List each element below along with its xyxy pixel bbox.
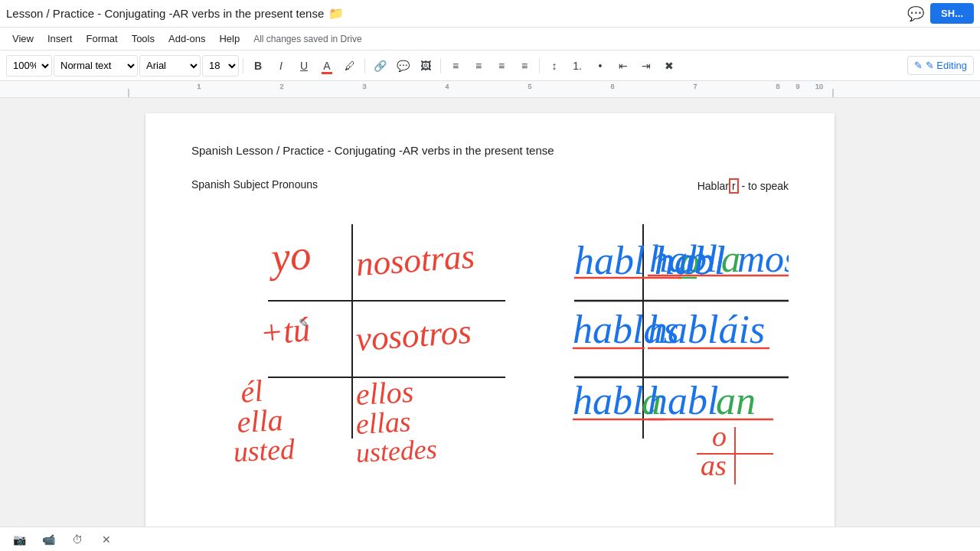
svg-text:3: 3 bbox=[362, 83, 366, 90]
svg-text:habl: habl bbox=[649, 237, 717, 280]
share-button[interactable]: SH... bbox=[930, 3, 974, 24]
hablar-box: r bbox=[729, 178, 739, 194]
svg-text:vosotros: vosotros bbox=[354, 312, 472, 358]
menu-tools[interactable]: Tools bbox=[126, 30, 161, 47]
folder-icon[interactable]: 📁 bbox=[328, 6, 344, 21]
edit-mode-button[interactable]: ✎ ✎ Editing bbox=[907, 56, 974, 75]
svg-text:8: 8 bbox=[776, 83, 779, 90]
topbar: Lesson / Practice - Conjugating -AR verb… bbox=[0, 0, 980, 28]
highlight-button[interactable]: 🖊 bbox=[339, 55, 361, 77]
svg-text:habl: habl bbox=[573, 379, 643, 422]
menu-insert[interactable]: Insert bbox=[41, 30, 79, 47]
indent-increase-button[interactable]: ⇥ bbox=[635, 55, 657, 77]
page-main-title: Spanish Lesson / Practice - Conjugating … bbox=[191, 144, 789, 157]
line-spacing-button[interactable]: ↕ bbox=[544, 55, 565, 77]
handwriting-svg: yo +tú él ella usted nosotras vosotros e… bbox=[191, 201, 789, 492]
svg-text:ustedes: ustedes bbox=[355, 434, 438, 468]
justify-button[interactable]: ≡ bbox=[514, 55, 535, 77]
close-button[interactable]: ✕ bbox=[96, 530, 116, 549]
svg-text:habl: habl bbox=[574, 239, 645, 282]
italic-button[interactable]: I bbox=[270, 55, 292, 77]
link-button[interactable]: 🔗 bbox=[369, 55, 390, 77]
svg-text:✎: ✎ bbox=[299, 317, 309, 330]
doc-area[interactable]: Spanish Lesson / Practice - Conjugating … bbox=[0, 98, 980, 527]
svg-text:6: 6 bbox=[610, 83, 614, 90]
clear-format-button[interactable]: ✖ bbox=[658, 55, 680, 77]
align-left-button[interactable]: ≡ bbox=[445, 55, 466, 77]
style-select[interactable]: Normal text bbox=[54, 55, 138, 77]
text-color-button[interactable]: A bbox=[316, 55, 338, 77]
align-right-button[interactable]: ≡ bbox=[491, 55, 512, 77]
title-area: Lesson / Practice - Conjugating -AR verb… bbox=[6, 6, 344, 21]
svg-text:nosotras: nosotras bbox=[354, 237, 475, 284]
svg-text:an: an bbox=[716, 379, 756, 422]
doc-title: Lesson / Practice - Conjugating -AR verb… bbox=[6, 7, 324, 20]
svg-text:4: 4 bbox=[445, 83, 449, 90]
underline-button[interactable]: U bbox=[293, 55, 315, 77]
size-select[interactable]: 18 bbox=[202, 55, 239, 77]
handwriting-area: yo +tú él ella usted nosotras vosotros e… bbox=[191, 201, 789, 492]
page: Spanish Lesson / Practice - Conjugating … bbox=[145, 113, 835, 527]
divider-4 bbox=[539, 58, 540, 73]
comment-icon[interactable]: 💬 bbox=[907, 5, 924, 22]
indent-decrease-button[interactable]: ⇤ bbox=[612, 55, 634, 77]
bold-button[interactable]: B bbox=[247, 55, 269, 77]
page-subtitles: Spanish Subject Pronouns Hablarr - to sp… bbox=[191, 178, 789, 194]
svg-text:habláis: habláis bbox=[648, 308, 765, 351]
svg-text:2: 2 bbox=[279, 83, 283, 90]
top-right-actions: 💬 SH... bbox=[907, 3, 974, 24]
toolbar: 100% Normal text Arial 18 B I U A 🖊 🔗 💬 … bbox=[0, 51, 980, 81]
svg-text:9: 9 bbox=[795, 83, 799, 90]
svg-text:yo: yo bbox=[266, 231, 313, 282]
subtitle-right: Hablarr - to speak bbox=[697, 178, 789, 194]
comment-button[interactable]: 💬 bbox=[392, 55, 413, 77]
svg-text:habl: habl bbox=[648, 379, 718, 422]
zoom-select[interactable]: 100% bbox=[6, 55, 52, 77]
divider-1 bbox=[243, 58, 243, 73]
svg-text:7: 7 bbox=[693, 83, 697, 90]
font-select[interactable]: Arial bbox=[139, 55, 201, 77]
menu-help[interactable]: Help bbox=[213, 30, 246, 47]
edit-pencil-icon: ✎ bbox=[914, 60, 923, 71]
menubar: View Insert Format Tools Add-ons Help Al… bbox=[0, 28, 980, 51]
svg-text:5: 5 bbox=[528, 83, 531, 90]
ul-button[interactable]: • bbox=[590, 55, 611, 77]
camera-button[interactable]: 📷 bbox=[9, 530, 29, 549]
svg-text:1: 1 bbox=[197, 83, 201, 90]
image-button[interactable]: 🖼 bbox=[415, 55, 436, 77]
align-center-button[interactable]: ≡ bbox=[468, 55, 489, 77]
svg-text:10: 10 bbox=[815, 83, 823, 90]
subtitle-left: Spanish Subject Pronouns bbox=[191, 178, 318, 194]
svg-text:mos: mos bbox=[737, 237, 789, 280]
video-button[interactable]: 📹 bbox=[38, 530, 58, 549]
menu-view[interactable]: View bbox=[6, 30, 40, 47]
divider-3 bbox=[440, 58, 441, 73]
timer-button[interactable]: ⏱ bbox=[67, 530, 87, 549]
autosave-status: All changes saved in Drive bbox=[253, 34, 361, 44]
divider-2 bbox=[364, 58, 365, 73]
svg-text:o: o bbox=[712, 420, 727, 452]
edit-label: ✎ Editing bbox=[926, 60, 967, 71]
menu-addons[interactable]: Add-ons bbox=[162, 30, 211, 47]
svg-text:usted: usted bbox=[233, 432, 296, 468]
menu-format[interactable]: Format bbox=[80, 30, 123, 47]
ol-button[interactable]: 1. bbox=[567, 55, 588, 77]
ruler: 1 2 3 4 5 6 7 8 9 10 bbox=[0, 81, 980, 98]
bottombar: 📷 📹 ⏱ ✕ bbox=[0, 527, 980, 551]
